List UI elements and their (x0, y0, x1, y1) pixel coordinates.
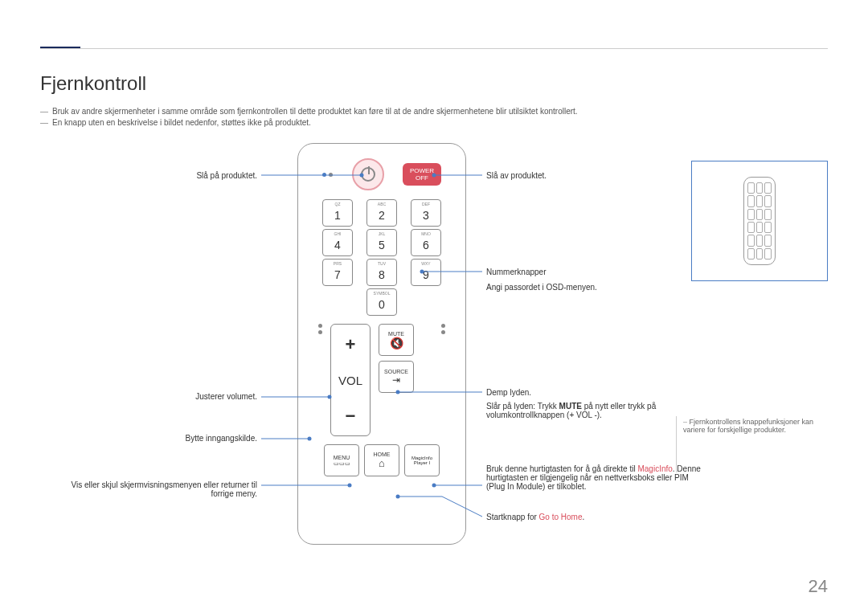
label-volume: Justerer volumet. (64, 392, 257, 401)
volume-rocker: + VOL − (330, 324, 371, 436)
thumbnail-box (691, 161, 828, 281)
key-7: PRS7 (322, 259, 353, 286)
note-1: ―Bruk av andre skjermenheter i samme omr… (40, 107, 828, 116)
key-6: MNO6 (411, 229, 441, 256)
power-off-button: POWER OFF (403, 163, 441, 186)
power-icon (361, 167, 375, 182)
page-title: Fjernkontroll (40, 72, 828, 95)
home-icon: ⌂ (379, 457, 385, 469)
label-magicinfo: Bruk denne hurtigtasten for å gå direkte… (486, 464, 703, 491)
power-on-button (352, 158, 384, 190)
volume-up-icon: + (346, 334, 356, 355)
mute-icon: 🔇 (390, 337, 403, 349)
source-button: SOURCE ⇥ (379, 361, 414, 393)
mute-button: MUTE 🔇 (379, 324, 414, 356)
key-9: WXY9 (411, 259, 441, 286)
label-menu: Vis eller skjul skjermvisningsmenyen ell… (64, 480, 257, 498)
menu-icon: ▭▭▭ (334, 460, 350, 467)
home-button: HOME ⌂ (364, 444, 399, 476)
label-number: Nummerknapper Angi passordet i OSD-menye… (486, 268, 703, 292)
key-2: ABC2 (366, 199, 397, 227)
key-3: DEF3 (411, 199, 441, 227)
remote-control: POWER OFF QZ1 ABC2 DEF3 GHI4 JKL5 MNO6 P… (297, 143, 466, 545)
magicinfo-button: MagicInfo Player I (404, 444, 440, 476)
divider (676, 416, 677, 472)
label-power-on: Slå på produktet. (64, 171, 257, 180)
key-4: GHI4 (322, 229, 353, 256)
note-2: ―En knapp uten en beskrivelse i bildet n… (40, 118, 828, 127)
header-line (40, 48, 828, 49)
key-5: JKL5 (366, 229, 397, 256)
menu-button: MENU ▭▭▭ (324, 444, 359, 476)
thumbnail-remote-icon (743, 177, 776, 265)
side-note: – Fjernkontrollens knappefunksjoner kan … (683, 418, 828, 434)
label-power-off: Slå av produktet. (486, 171, 703, 180)
label-mute: Demp lyden. Slår på lyden: Trykk MUTE på… (486, 388, 703, 419)
key-8: TUV8 (366, 259, 397, 286)
label-source: Bytte inngangskilde. (64, 434, 257, 443)
volume-down-icon: − (346, 406, 356, 427)
label-home: Startknapp for Go to Home. (486, 513, 703, 521)
key-0: SYMBOL0 (366, 288, 397, 316)
source-icon: ⇥ (392, 374, 400, 386)
key-1: QZ1 (322, 199, 353, 227)
page-number: 24 (809, 576, 828, 597)
